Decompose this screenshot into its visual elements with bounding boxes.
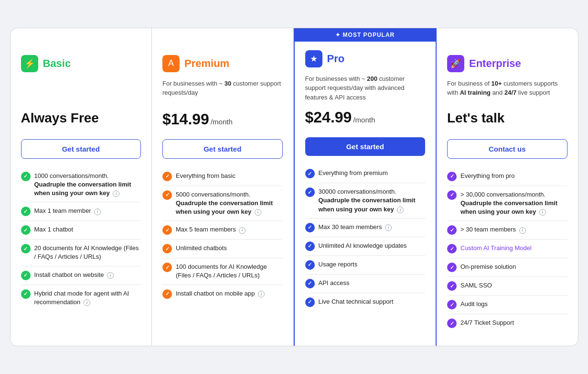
feature-item: ✓ Everything from basic: [162, 167, 283, 186]
check-icon: ✓: [305, 169, 315, 178]
check-icon: ✓: [162, 172, 172, 181]
plan-icon-enterprise: 🚀: [447, 55, 464, 72]
info-icon: i: [113, 190, 119, 197]
feature-text: Install chatbot on mobile app i: [176, 289, 265, 298]
features-list-basic: ✓ 1000 conversations/month. Quadruple th…: [21, 167, 141, 311]
feature-text: 30000 conversations/month. Quadruple the…: [319, 187, 426, 214]
check-icon: ✓: [447, 300, 457, 309]
feature-text: Everything from pro: [460, 172, 514, 180]
features-list-premium: ✓ Everything from basic ✓ 5000 conversat…: [162, 167, 283, 303]
feature-text: Usage reports: [319, 260, 358, 269]
plan-header-enterprise: 🚀 Enterprise: [447, 55, 567, 72]
feature-item: ✓ Install chatbot on website i: [21, 266, 141, 285]
feature-text: On-premise solution: [460, 263, 516, 271]
info-icon: i: [258, 291, 265, 297]
check-icon: ✓: [21, 289, 31, 299]
cta-button-enterprise[interactable]: Contact us: [447, 139, 567, 159]
price-amount: $24.99: [305, 109, 352, 126]
plan-price-pro: $24.99 /month: [305, 109, 426, 130]
cta-button-premium[interactable]: Get started: [162, 139, 283, 159]
feature-item: ✓ Audit logs: [447, 296, 567, 314]
plan-icon-pro: ★: [305, 50, 322, 67]
plan-desc-basic: [21, 79, 141, 104]
plan-col-basic: ⚡ Basic Always FreeGet started ✓ 1000 co…: [11, 28, 152, 346]
feature-item: ✓ > 30,000 conversations/month. Quadrupl…: [447, 186, 567, 221]
feature-text: Unlimited AI knowledge updates: [319, 242, 407, 250]
plan-name-pro: Pro: [327, 53, 345, 65]
check-icon: ✓: [447, 190, 457, 200]
plan-col-premium: A Premium For businesses with ~ 30 custo…: [152, 28, 294, 346]
check-icon: ✓: [447, 244, 457, 253]
feature-item: ✓ Custom AI Training Model: [447, 240, 567, 258]
pricing-table: ⚡ Basic Always FreeGet started ✓ 1000 co…: [10, 28, 578, 347]
check-icon: ✓: [162, 225, 172, 235]
cta-button-basic[interactable]: Get started: [21, 139, 141, 159]
feature-item: ✓ 1000 conversations/month. Quadruple th…: [21, 167, 141, 203]
feature-text: Unlimited chatbots: [176, 244, 227, 253]
feature-text: Custom AI Training Model: [460, 244, 532, 253]
feature-text: Max 30 team members i: [319, 223, 392, 231]
plan-price-enterprise: Let's talk: [447, 110, 567, 132]
price-period: /month: [211, 118, 233, 126]
plan-desc-enterprise: For business of 10+ customers supports w…: [447, 79, 567, 104]
price-amount: $14.99: [162, 110, 209, 128]
features-list-pro: ✓ Everything from premium ✓ 30000 conver…: [305, 165, 426, 311]
feature-item: ✓ 30000 conversations/month. Quadruple t…: [305, 183, 426, 219]
feature-item: ✓ 24/7 Ticket Support: [447, 314, 567, 332]
feature-item: ✓ Max 5 team members i: [162, 221, 283, 240]
feature-text: > 30 team members i: [460, 225, 526, 234]
feature-item: ✓ 20 documents for AI Knowledge (Files /…: [21, 240, 141, 266]
feature-item: ✓ Usage reports: [305, 256, 426, 275]
feature-text: Everything from basic: [176, 172, 235, 180]
feature-text: Install chatbot on website i: [34, 271, 114, 279]
check-icon: ✓: [305, 260, 315, 270]
info-icon: i: [539, 209, 546, 216]
feature-text: 5000 conversations/month. Quadruple the …: [176, 190, 283, 217]
info-icon: i: [94, 209, 101, 215]
feature-item: ✓ Unlimited chatbots: [162, 240, 283, 258]
plan-col-pro: ✦ MOST POPULAR ★ Pro For businesses with…: [294, 28, 437, 347]
check-icon: ✓: [447, 319, 457, 328]
most-popular-banner: ✦ MOST POPULAR: [295, 28, 436, 42]
info-icon: i: [255, 209, 261, 216]
check-icon: ✓: [447, 263, 457, 272]
feature-text: 1000 conversations/month. Quadruple the …: [34, 172, 141, 198]
check-icon: ✓: [447, 172, 457, 181]
feature-item: ✓ 100 documents for AI Knowledge (Files …: [162, 258, 283, 285]
info-icon: i: [107, 272, 114, 279]
feature-item: ✓ API access: [305, 275, 426, 293]
feature-item: ✓ Install chatbot on mobile app i: [162, 285, 283, 303]
feature-text: 100 documents for AI Knowledge (Files / …: [176, 263, 283, 280]
check-icon: ✓: [162, 190, 172, 200]
feature-item: ✓ Hybrid chat mode for agent with AI rec…: [21, 285, 141, 311]
plan-icon-basic: ⚡: [21, 55, 38, 72]
plan-icon-premium: A: [162, 55, 180, 72]
plan-price-basic: Always Free: [21, 110, 141, 132]
check-icon: ✓: [21, 244, 31, 253]
plan-name-premium: Premium: [184, 57, 229, 70]
check-icon: ✓: [305, 242, 315, 251]
feature-item: ✓ 5000 conversations/month. Quadruple th…: [162, 186, 283, 221]
plan-header-basic: ⚡ Basic: [21, 55, 141, 72]
features-list-enterprise: ✓ Everything from pro ✓ > 30,000 convers…: [447, 167, 567, 333]
check-icon: ✓: [162, 263, 172, 272]
feature-text: Live Chat technical support: [319, 297, 394, 306]
plan-price-premium: $14.99 /month: [162, 110, 283, 132]
feature-text: Max 1 chatbot: [34, 225, 74, 234]
info-icon: i: [385, 224, 392, 231]
check-icon: ✓: [447, 225, 457, 235]
feature-item: ✓ Everything from pro: [447, 167, 567, 186]
feature-item: ✓ On-premise solution: [447, 258, 567, 277]
check-icon: ✓: [21, 172, 31, 181]
feature-item: ✓ Live Chat technical support: [305, 293, 426, 311]
plan-col-enterprise: 🚀 Enterprise For business of 10+ custome…: [437, 28, 578, 346]
feature-text: 20 documents for AI Knowledge (Files / F…: [34, 244, 141, 261]
feature-item: ✓ Unlimited AI knowledge updates: [305, 237, 426, 256]
check-icon: ✓: [162, 244, 172, 253]
cta-button-pro[interactable]: Get started: [305, 137, 426, 156]
feature-link[interactable]: Custom AI Training Model: [460, 244, 532, 252]
plan-header-premium: A Premium: [162, 55, 283, 72]
feature-text: Everything from premium: [319, 169, 388, 177]
info-icon: i: [519, 227, 526, 234]
feature-text: 24/7 Ticket Support: [460, 319, 514, 327]
